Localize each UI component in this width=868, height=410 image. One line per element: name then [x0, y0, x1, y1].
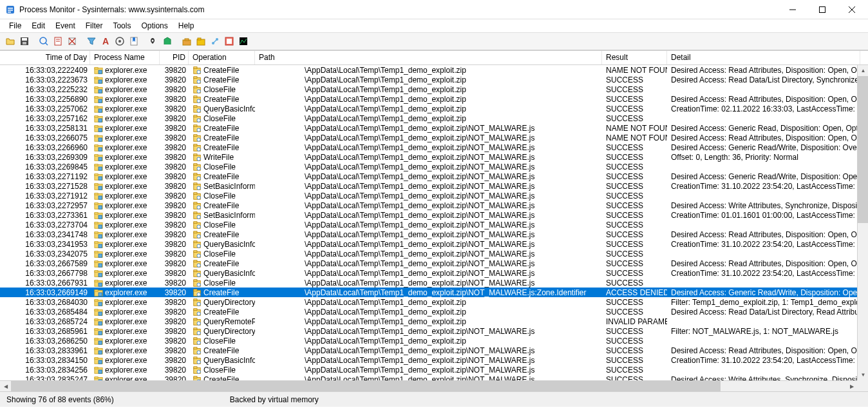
event-row[interactable]: 16:33:03,2685961explorer.exe39820QueryDi…: [0, 326, 868, 336]
svg-point-195: [197, 322, 200, 325]
menu-filter[interactable]: Filter: [80, 20, 108, 32]
event-row[interactable]: 16:33:03,2685724explorer.exe39820QueryRe…: [0, 317, 868, 326]
event-row[interactable]: 16:33:03,2342075explorer.exe39820CloseFi…: [0, 249, 868, 259]
svg-rect-56: [194, 95, 197, 97]
event-row[interactable]: 16:33:03,2686250explorer.exe39820CloseFi…: [0, 336, 868, 346]
bookmark-button[interactable]: [127, 35, 140, 48]
cell-path: \AppData\Local\Temp\Temp1_demo_exploit.z…: [255, 191, 602, 200]
svg-rect-194: [194, 318, 197, 320]
event-row[interactable]: 16:33:03,2256890explorer.exe39820CreateF…: [0, 94, 868, 104]
cell-path: \AppData\Local\Temp\Temp1_demo_exploit.z…: [255, 327, 602, 336]
vertical-scrollbar-thumb[interactable]: [858, 76, 868, 223]
event-row[interactable]: 16:33:03,2257062explorer.exe39820QueryBa…: [0, 104, 868, 113]
menu-edit[interactable]: Edit: [26, 20, 50, 32]
highlight-button[interactable]: A: [99, 35, 112, 48]
cell-time: 16:33:03,2266960: [0, 143, 90, 152]
vertical-scrollbar[interactable]: ▲ ▼: [857, 65, 868, 380]
column-header-path[interactable]: Path: [255, 51, 602, 64]
event-row[interactable]: 16:33:03,2667931explorer.exe39820CloseFi…: [0, 278, 868, 288]
network-activity-button[interactable]: [209, 35, 222, 48]
cell-result: SUCCESS: [602, 337, 667, 346]
clear-button[interactable]: [66, 35, 79, 48]
scroll-right-button[interactable]: ▶: [846, 381, 857, 392]
svg-rect-158: [194, 260, 197, 262]
column-header-pid[interactable]: PID: [160, 51, 189, 64]
scroll-left-button[interactable]: ◀: [0, 381, 11, 392]
svg-rect-48: [99, 90, 102, 93]
menubar: FileEditEventFilterToolsOptionsHelp: [0, 19, 868, 32]
event-row[interactable]: 16:33:03,2223673explorer.exe39820CreateF…: [0, 75, 868, 84]
capture-button[interactable]: [37, 35, 50, 48]
event-row[interactable]: 16:33:03,2273361explorer.exe39820SetBasi…: [0, 210, 868, 220]
scroll-down-button[interactable]: ▼: [858, 369, 868, 380]
grid-body[interactable]: 16:33:03,2222409explorer.exe39820CreateF…: [0, 65, 868, 391]
cell-path: \AppData\Local\Temp\Temp1_demo_exploit.z…: [255, 75, 602, 84]
cell-path: \AppData\Local\Temp\Temp1_demo_exploit.z…: [255, 366, 602, 375]
event-row[interactable]: 16:33:03,2667798explorer.exe39820QueryBa…: [0, 268, 868, 278]
cell-process: explorer.exe: [90, 337, 160, 346]
svg-point-111: [197, 186, 200, 190]
event-row[interactable]: 16:33:03,2834150explorer.exe39820QueryBa…: [0, 355, 868, 365]
column-header-process-name[interactable]: Process Name: [90, 51, 160, 64]
svg-rect-140: [194, 231, 197, 233]
column-header-operation[interactable]: Operation: [189, 51, 255, 64]
profiling-button[interactable]: [237, 35, 250, 48]
event-row[interactable]: 16:33:03,2271192explorer.exe39820CreateF…: [0, 171, 868, 181]
find-button[interactable]: [147, 35, 160, 48]
autoscroll-button[interactable]: [52, 35, 64, 48]
process-activity-button[interactable]: [223, 35, 236, 48]
event-row[interactable]: 16:33:03,2271528explorer.exe39820SetBasi…: [0, 181, 868, 191]
horizontal-scrollbar-thumb[interactable]: [11, 381, 721, 392]
column-header-detail[interactable]: Detail: [667, 51, 860, 64]
cell-time: 16:33:03,2667589: [0, 259, 90, 268]
menu-file[interactable]: File: [4, 20, 26, 32]
minimize-button[interactable]: [778, 0, 807, 19]
event-row[interactable]: 16:33:03,2272957explorer.exe39820CreateF…: [0, 200, 868, 210]
event-row[interactable]: 16:33:03,2266075explorer.exe39820CreateF…: [0, 133, 868, 142]
event-row[interactable]: 16:33:03,2273704explorer.exe39820CloseFi…: [0, 220, 868, 229]
svg-point-99: [197, 167, 200, 170]
event-row[interactable]: 16:33:03,2669149explorer.exe39820CreateF…: [0, 288, 868, 297]
open-button[interactable]: [4, 35, 17, 48]
include-button[interactable]: [113, 35, 126, 48]
event-row[interactable]: 16:33:03,2258131explorer.exe39820CreateF…: [0, 123, 868, 133]
svg-rect-42: [99, 80, 102, 83]
event-row[interactable]: 16:33:03,2269845explorer.exe39820CloseFi…: [0, 162, 868, 171]
event-row[interactable]: 16:33:03,2833961explorer.exe39820CreateF…: [0, 346, 868, 355]
event-row[interactable]: 16:33:03,2222409explorer.exe39820CreateF…: [0, 65, 868, 75]
event-row[interactable]: 16:33:03,2269309explorer.exe39820WriteFi…: [0, 152, 868, 162]
event-row[interactable]: 16:33:03,2257162explorer.exe39820CloseFi…: [0, 113, 868, 123]
cell-process: explorer.exe: [90, 182, 160, 191]
cell-pid: 39820: [160, 259, 189, 268]
event-row[interactable]: 16:33:03,2685484explorer.exe39820CreateF…: [0, 307, 868, 317]
cell-pid: 39820: [160, 346, 189, 355]
event-row[interactable]: 16:33:03,2271912explorer.exe39820CloseFi…: [0, 191, 868, 200]
menu-tools[interactable]: Tools: [108, 20, 136, 32]
column-header-result[interactable]: Result: [602, 51, 667, 64]
event-row[interactable]: 16:33:03,2225232explorer.exe39820CloseFi…: [0, 84, 868, 94]
column-header-time-of-day[interactable]: Time of Day: [0, 51, 90, 64]
close-button[interactable]: [837, 0, 867, 19]
event-row[interactable]: 16:33:03,2341748explorer.exe39820CreateF…: [0, 229, 868, 239]
event-row[interactable]: 16:33:03,2834256explorer.exe39820CloseFi…: [0, 365, 868, 375]
cell-result: SUCCESS: [602, 278, 667, 288]
horizontal-scrollbar[interactable]: ◀ ▶: [0, 380, 857, 391]
svg-rect-174: [99, 293, 102, 296]
event-row[interactable]: 16:33:03,2684030explorer.exe39820QueryDi…: [0, 297, 868, 307]
scroll-up-button[interactable]: ▲: [858, 65, 868, 76]
filesystem-activity-button[interactable]: [194, 35, 207, 48]
cell-operation: CreateFile: [189, 259, 255, 268]
cell-detail: Desired Access: Generic Read/Write, Disp…: [667, 172, 860, 181]
maximize-button[interactable]: [807, 0, 837, 19]
jump-button[interactable]: [161, 35, 174, 48]
save-button[interactable]: [18, 35, 31, 48]
filter-button[interactable]: [85, 35, 98, 48]
menu-help[interactable]: Help: [173, 20, 200, 32]
menu-event[interactable]: Event: [50, 20, 80, 32]
event-row[interactable]: 16:33:03,2266960explorer.exe39820CreateF…: [0, 142, 868, 152]
cell-path: \AppData\Local\Temp\Temp1_demo_exploit.z…: [255, 114, 602, 123]
menu-options[interactable]: Options: [136, 20, 173, 32]
event-row[interactable]: 16:33:03,2667589explorer.exe39820CreateF…: [0, 259, 868, 268]
event-row[interactable]: 16:33:03,2341953explorer.exe39820QueryBa…: [0, 239, 868, 249]
registry-activity-button[interactable]: [180, 35, 193, 48]
